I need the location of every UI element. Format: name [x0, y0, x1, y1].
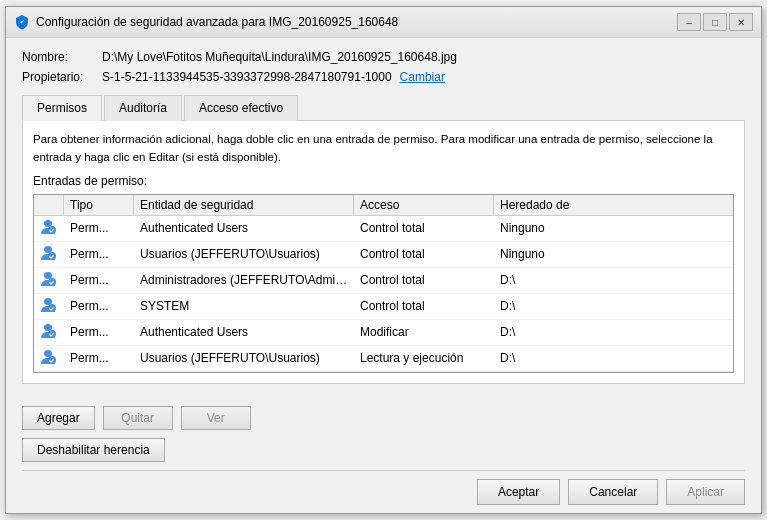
- disable-inheritance-button[interactable]: Deshabilitar herencia: [22, 438, 165, 462]
- table-row[interactable]: Perm...Authenticated UsersControl totalN…: [34, 216, 733, 242]
- tab-permisos[interactable]: Permisos: [22, 95, 102, 121]
- bottom-section: Agregar Quitar Ver Deshabilitar herencia…: [6, 396, 761, 513]
- table-body: Perm...Authenticated UsersControl totalN…: [34, 216, 733, 372]
- name-value: D:\My Love\Fotitos Muñequita\Lindura\IMG…: [102, 50, 457, 64]
- perm-row-icon: [34, 320, 64, 345]
- separator: [22, 470, 745, 471]
- owner-row: Propietario: S-1-5-21-1133944535-3393372…: [22, 70, 745, 84]
- owner-value: S-1-5-21-1133944535-3393372998-284718079…: [102, 70, 392, 84]
- svg-rect-0: [44, 220, 52, 227]
- owner-label: Propietario:: [22, 70, 102, 84]
- perm-row-type: Perm...: [64, 296, 134, 316]
- perm-row-access: Control total: [354, 244, 494, 264]
- perm-row-icon: [34, 216, 64, 241]
- svg-rect-4: [44, 272, 52, 279]
- perm-row-entity: Authenticated Users: [134, 322, 354, 342]
- svg-point-1: [48, 226, 56, 234]
- tab-bar: Permisos Auditoría Acceso efectivo: [22, 94, 745, 121]
- perm-row-access: Lectura y ejecución: [354, 348, 494, 368]
- user-icon: [40, 219, 56, 235]
- perm-row-inherited: D:\: [494, 348, 634, 368]
- table-row[interactable]: Perm...Usuarios (JEFFERUTO\Usuarios)Lect…: [34, 346, 733, 372]
- col-access: Acceso: [354, 195, 494, 215]
- svg-point-11: [48, 356, 56, 364]
- tab-acceso-efectivo[interactable]: Acceso efectivo: [184, 95, 298, 121]
- table-row[interactable]: Perm...SYSTEMControl totalD:\: [34, 294, 733, 320]
- permissions-description: Para obtener información adicional, haga…: [33, 131, 734, 166]
- minimize-button[interactable]: –: [677, 13, 701, 31]
- perm-row-type: Perm...: [64, 244, 134, 264]
- maximize-button[interactable]: □: [703, 13, 727, 31]
- perm-row-entity: Administradores (JEFFERUTO\Administrado.…: [134, 270, 354, 290]
- perm-row-type: Perm...: [64, 270, 134, 290]
- user-icon: [40, 245, 56, 261]
- window-title: Configuración de seguridad avanzada para…: [36, 15, 398, 29]
- svg-rect-10: [44, 350, 52, 357]
- svg-point-7: [48, 304, 56, 312]
- svg-rect-8: [44, 324, 52, 331]
- view-button[interactable]: Ver: [181, 406, 251, 430]
- svg-rect-2: [44, 246, 52, 253]
- perm-row-entity: Authenticated Users: [134, 218, 354, 238]
- perm-row-type: Perm...: [64, 348, 134, 368]
- perm-row-type: Perm...: [64, 218, 134, 238]
- perm-row-entity: Usuarios (JEFFERUTO\Usuarios): [134, 348, 354, 368]
- perm-row-inherited: D:\: [494, 322, 634, 342]
- perm-row-entity: SYSTEM: [134, 296, 354, 316]
- perm-row-icon: [34, 346, 64, 371]
- apply-button[interactable]: Aplicar: [666, 479, 745, 505]
- perm-row-icon: [34, 294, 64, 319]
- close-button[interactable]: ✕: [729, 13, 753, 31]
- section-label: Entradas de permiso:: [33, 174, 734, 188]
- perm-row-access: Control total: [354, 296, 494, 316]
- user-icon: [40, 271, 56, 287]
- cancel-button[interactable]: Cancelar: [568, 479, 658, 505]
- user-icon: [40, 297, 56, 313]
- perm-row-access: Control total: [354, 218, 494, 238]
- svg-point-3: [48, 252, 56, 260]
- svg-point-9: [48, 330, 56, 338]
- perm-row-icon: [34, 268, 64, 293]
- user-icon: [40, 323, 56, 339]
- remove-button[interactable]: Quitar: [103, 406, 173, 430]
- title-bar-controls: – □ ✕: [677, 13, 753, 31]
- perm-row-entity: Usuarios (JEFFERUTO\Usuarios): [134, 244, 354, 264]
- table-row[interactable]: Perm...Usuarios (JEFFERUTO\Usuarios)Cont…: [34, 242, 733, 268]
- permissions-table: Tipo Entidad de seguridad Acceso Heredad…: [33, 194, 734, 373]
- change-link[interactable]: Cambiar: [400, 70, 445, 84]
- ok-cancel-row: Aceptar Cancelar Aplicar: [22, 479, 745, 505]
- info-section: Nombre: D:\My Love\Fotitos Muñequita\Lin…: [6, 38, 761, 396]
- perm-row-access: Modificar: [354, 322, 494, 342]
- table-row[interactable]: Perm...Authenticated UsersModificarD:\: [34, 320, 733, 346]
- col-inherited: Heredado de: [494, 195, 634, 215]
- svg-rect-6: [44, 298, 52, 305]
- action-buttons: Agregar Quitar Ver: [22, 406, 745, 430]
- perm-row-inherited: Ninguno: [494, 218, 634, 238]
- perm-row-icon: [34, 242, 64, 267]
- table-row[interactable]: Perm...Administradores (JEFFERUTO\Admini…: [34, 268, 733, 294]
- name-label: Nombre:: [22, 50, 102, 64]
- perm-row-access: Control total: [354, 270, 494, 290]
- perm-row-inherited: Ninguno: [494, 244, 634, 264]
- tab-auditoria[interactable]: Auditoría: [104, 95, 182, 121]
- shield-icon: [14, 14, 30, 30]
- col-entity: Entidad de seguridad: [134, 195, 354, 215]
- main-window: Configuración de seguridad avanzada para…: [5, 6, 762, 514]
- title-bar: Configuración de seguridad avanzada para…: [6, 7, 761, 38]
- svg-point-5: [48, 278, 56, 286]
- perm-row-type: Perm...: [64, 322, 134, 342]
- ok-button[interactable]: Aceptar: [477, 479, 560, 505]
- col-type: Tipo: [64, 195, 134, 215]
- perm-row-inherited: D:\: [494, 296, 634, 316]
- add-button[interactable]: Agregar: [22, 406, 95, 430]
- perm-row-inherited: D:\: [494, 270, 634, 290]
- table-header: Tipo Entidad de seguridad Acceso Heredad…: [34, 195, 733, 216]
- title-bar-left: Configuración de seguridad avanzada para…: [14, 14, 398, 30]
- col-icon: [34, 195, 64, 215]
- user-icon: [40, 349, 56, 365]
- name-row: Nombre: D:\My Love\Fotitos Muñequita\Lin…: [22, 50, 745, 64]
- tab-content-permisos: Para obtener información adicional, haga…: [22, 121, 745, 384]
